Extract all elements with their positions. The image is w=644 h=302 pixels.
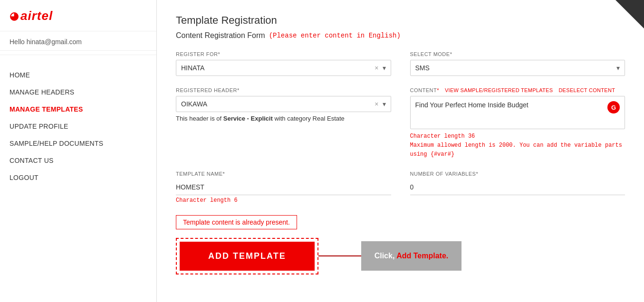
sidebar-item-sample-help[interactable]: SAMPLE/HELP DOCUMENTS [0,135,156,152]
register-for-group: REGISTER FOR* HINATA × ▾ [176,51,391,76]
registered-header-select[interactable]: OIKAWA × ▾ [176,96,391,112]
button-area: ADD TEMPLATE Click, Add Template. [176,238,625,274]
user-email: hinata@gmail.com [27,38,82,46]
registered-header-label: REGISTERED HEADER* [176,87,391,93]
deselect-content-link[interactable]: DESELECT CONTENT [558,87,615,93]
template-name-group: TEMPLATE NAME* Character length 6 [176,171,391,204]
content-label: CONTENT* [410,87,439,93]
corner-triangle [615,0,644,28]
register-for-select[interactable]: HINATA × ▾ [176,60,391,76]
select-mode-group: SELECT MODE* SMS ▾ [410,51,625,76]
form-title-text: Content Registration Form [176,31,265,40]
form-subtitle: Content Registration Form (Please enter … [176,31,625,40]
char-length-line2: Maximum allowed length is 2000. You can … [410,141,625,150]
select-mode-select[interactable]: SMS ▾ [410,60,625,76]
content-label-row: CONTENT* VIEW SAMPLE/REGISTERED TEMPLATE… [410,87,625,93]
char-length-line1: Character length 36 [410,132,625,141]
view-sample-link[interactable]: VIEW SAMPLE/REGISTERED TEMPLATES [445,87,553,93]
sidebar-item-contact-us[interactable]: CONTACT US [0,152,156,169]
add-template-button[interactable]: ADD TEMPLATE [180,242,315,271]
airtel-logo-icon: ◕ [10,10,19,22]
content-char-info: Character length 36 Maximum allowed leng… [410,132,625,160]
register-for-arrow-icon[interactable]: ▾ [383,64,386,72]
sidebar-logo: ◕ airtel [0,0,156,31]
num-variables-input[interactable] [410,179,625,195]
registered-header-clear-icon[interactable]: × [375,100,378,108]
content-area[interactable]: Find Your Perfect Home Inside Budget G [410,96,625,129]
select-mode-arrow-icon[interactable]: ▾ [616,64,620,72]
form-row-2: REGISTERED HEADER* OIKAWA × ▾ This heade… [176,87,625,160]
header-note: This header is of Service - Explicit wit… [176,115,391,122]
template-notice: Template content is already present. [176,215,297,229]
sidebar-item-logout[interactable]: LOGOUT [0,169,156,186]
sidebar: ◕ airtel Hello hinata@gmail.com HOME MAN… [0,0,157,302]
register-for-value: HINATA [181,64,375,72]
main-content: Template Registration Content Registrati… [157,0,644,302]
template-name-input[interactable] [176,179,391,195]
callout-prefix: Click, [375,252,395,260]
num-variables-label: NUMBER OF VARIABLES* [410,171,625,177]
sidebar-item-update-profile[interactable]: UPDATE PROFILE [0,118,156,135]
registered-header-value: OIKAWA [181,100,375,108]
callout-box: Click, Add Template. [361,241,462,271]
register-for-label: REGISTER FOR* [176,51,391,57]
register-for-clear-icon[interactable]: × [375,64,378,72]
content-refresh-icon[interactable]: G [607,101,620,113]
header-note-prefix: This header is of [176,115,221,122]
char-length-line3: using {#var#} [410,150,625,159]
sidebar-item-manage-templates[interactable]: MANAGE TEMPLATES [0,101,156,118]
callout-line [318,255,361,256]
sidebar-nav: HOME MANAGE HEADERS MANAGE TEMPLATES UPD… [0,62,156,191]
form-row-3: TEMPLATE NAME* Character length 6 NUMBER… [176,171,625,204]
airtel-logo-name: airtel [20,9,53,23]
registered-header-group: REGISTERED HEADER* OIKAWA × ▾ This heade… [176,87,391,160]
add-template-btn-wrapper: ADD TEMPLATE [176,238,318,274]
sidebar-user: Hello hinata@gmail.com [0,31,156,51]
callout-connector-area: Click, Add Template. [318,241,462,271]
sidebar-item-home[interactable]: HOME [0,66,156,84]
header-category: with category Real Estate [274,115,344,122]
select-mode-value: SMS [415,64,617,72]
template-char-length: Character length 6 [176,197,391,204]
registered-header-arrow-icon[interactable]: ▾ [383,100,386,108]
content-value: Find Your Perfect Home Inside Budget [415,101,604,109]
greeting-text: Hello [10,38,25,46]
form-note: (Please enter content in English) [269,32,401,39]
template-name-label: TEMPLATE NAME* [176,171,391,177]
page-title: Template Registration [176,14,625,27]
header-type: Service - Explicit [223,115,273,122]
content-group: CONTENT* VIEW SAMPLE/REGISTERED TEMPLATE… [410,87,625,160]
callout-highlight: Add Template. [396,252,448,260]
num-variables-group: NUMBER OF VARIABLES* [410,171,625,204]
select-mode-label: SELECT MODE* [410,51,625,57]
sidebar-item-manage-headers[interactable]: MANAGE HEADERS [0,84,156,101]
form-row-1: REGISTER FOR* HINATA × ▾ SELECT MODE* SM… [176,51,625,76]
